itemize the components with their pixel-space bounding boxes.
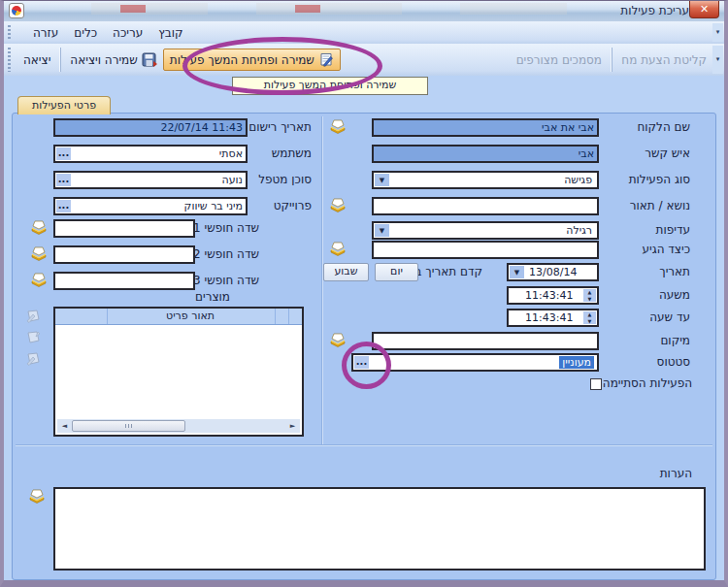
free3-label: שדה חופשי 3 [193, 274, 259, 287]
edit-item-icon [24, 330, 42, 345]
print-icon[interactable] [30, 219, 48, 235]
registered-value: 22/07/14 11:43 [160, 121, 243, 134]
toolbar-tooltip: שמירה ופתיחת המשך פעילות [232, 77, 428, 95]
item-description-column-header[interactable]: תאור פריט [108, 310, 273, 322]
free3-field[interactable] [53, 272, 195, 290]
scroll-right-icon[interactable]: ► [286, 422, 299, 430]
user-ellipsis-button[interactable]: ... [56, 147, 71, 160]
print-icon[interactable] [329, 118, 347, 134]
customer-field[interactable]: אבי את אבי [372, 118, 599, 137]
status-label: סטטוס [657, 355, 690, 369]
app-icon [9, 3, 24, 18]
date-combobox[interactable]: 13/08/14 ▼ [507, 263, 599, 281]
user-value: אסתי [219, 147, 243, 160]
close-button[interactable]: ✕ [689, 1, 719, 18]
project-ellipsis-button[interactable]: ... [56, 200, 71, 212]
agent-field[interactable]: נועה ... [53, 171, 248, 189]
save-open-followup-label: שמירה ופתיחת המשך פעילות [170, 53, 314, 67]
priority-label: עדיפות [656, 223, 690, 237]
agent-value: נועה [222, 174, 243, 186]
toolbar-separator [611, 48, 612, 72]
day-button[interactable]: יום [375, 263, 418, 281]
notes-label: הערות [660, 467, 692, 480]
status-field[interactable]: מעוניין ... [351, 353, 599, 372]
tab-activity-details[interactable]: פרטי הפעילות [17, 96, 111, 114]
free2-label: שדה חופשי 2 [193, 247, 259, 261]
priority-combobox[interactable]: רגילה ▼ [372, 221, 599, 240]
diskette-icon [142, 52, 157, 67]
user-field[interactable]: אסתי ... [53, 145, 248, 163]
user-label: משתמש [272, 147, 312, 160]
print-icon[interactable] [30, 245, 48, 261]
products-label: מוצרים [195, 290, 230, 304]
print-icon[interactable] [329, 197, 347, 212]
subject-field[interactable] [372, 197, 599, 215]
free1-label: שדה חופשי 1 [193, 221, 259, 235]
spinner-arrows-icon[interactable]: ▲▼ [583, 311, 596, 324]
chevron-down-icon[interactable]: ▼ [375, 224, 389, 237]
exit-label: יציאה [23, 53, 50, 67]
date-value: 13/08/14 [529, 266, 577, 278]
menu-file[interactable]: קובץ [150, 26, 190, 40]
menu-bar: קובץ עריכה כלים עזרה ▾ [4, 21, 724, 45]
toolbar-grip[interactable] [8, 48, 11, 72]
status-value: מעוניין [559, 356, 594, 369]
agent-ellipsis-button[interactable]: ... [56, 174, 71, 186]
print-icon[interactable] [329, 241, 347, 256]
notepad-pencil-icon [318, 52, 334, 67]
menu-help[interactable]: עזרה [25, 26, 66, 40]
print-icon[interactable] [28, 488, 46, 504]
menu-overflow-icon[interactable]: ▾ [712, 23, 723, 42]
client-area: שמירה ופתיחת המשך פעילות פרטי הפעילות שם… [4, 76, 724, 580]
print-icon[interactable] [329, 332, 347, 347]
products-horizontal-scrollbar[interactable]: ◄ ► [57, 419, 300, 433]
location-field[interactable] [372, 332, 599, 350]
to-time-label: עד שעה [649, 310, 690, 324]
from-time-value: 11:43:41 [525, 289, 573, 302]
menu-tools[interactable]: כלים [66, 26, 105, 40]
exit-button[interactable]: יציאה [17, 50, 56, 70]
from-time-spinner[interactable]: 11:43:41 ▲▼ [507, 286, 599, 305]
from-time-label: משעה [659, 288, 690, 302]
notes-textarea[interactable] [53, 487, 706, 571]
activity-type-combobox[interactable]: פגישה ▼ [372, 171, 599, 189]
activity-type-value: פגישה [564, 174, 592, 186]
edit-item-icon [24, 309, 42, 324]
chevron-down-icon[interactable]: ▼ [375, 174, 389, 186]
contact-field[interactable]: אבי [372, 145, 599, 163]
customer-label: שם הלקוח [637, 120, 690, 134]
project-label: פרוייקט [274, 199, 312, 212]
window-title: עריכת פעילות [620, 4, 689, 17]
finished-label: הפעילות הסתיימה [603, 376, 692, 390]
how-arrived-label: כיצד הגיע [643, 243, 691, 256]
priority-value: רגילה [566, 224, 592, 237]
chevron-down-icon[interactable]: ▼ [510, 266, 524, 278]
save-exit-button[interactable]: שמירה ויציאה [64, 49, 162, 70]
contact-value: אבי [579, 147, 594, 160]
finished-checkbox[interactable] [590, 378, 602, 390]
customer-value: אבי את אבי [542, 121, 594, 134]
background-ghost [256, 3, 402, 15]
date-label: תאריך [659, 265, 690, 278]
toolbar-separator [59, 48, 61, 72]
attached-documents-label: מסמכים מצורפים [516, 53, 602, 67]
window-edit-activity: עריכת פעילות ✕ קובץ עריכה כלים עזרה ▾ יצ… [0, 0, 728, 587]
project-value: מיני בר שיווק [184, 200, 243, 212]
to-time-spinner[interactable]: 11:43:41 ▲▼ [507, 309, 599, 327]
print-icon[interactable] [30, 272, 48, 287]
status-ellipsis-button[interactable]: ... [354, 356, 369, 369]
free1-field[interactable] [53, 219, 195, 238]
menu-edit[interactable]: עריכה [105, 26, 150, 40]
project-field[interactable]: מיני בר שיווק ... [53, 197, 248, 215]
toolbar-overflow-icon[interactable]: ▾ [712, 46, 723, 74]
menu-grip[interactable] [8, 25, 11, 40]
scroll-left-icon[interactable]: ◄ [58, 422, 71, 430]
products-list[interactable]: תאור פריט ◄ ► [53, 307, 304, 437]
notes-divider [16, 444, 712, 446]
week-button[interactable]: שבוע [323, 263, 369, 281]
free2-field[interactable] [53, 245, 195, 264]
spinner-arrows-icon[interactable]: ▲▼ [583, 289, 596, 302]
how-arrived-field[interactable] [372, 241, 599, 259]
save-open-followup-button[interactable]: שמירה ופתיחת המשך פעילות [163, 49, 341, 71]
scrollbar-thumb[interactable] [72, 420, 185, 432]
